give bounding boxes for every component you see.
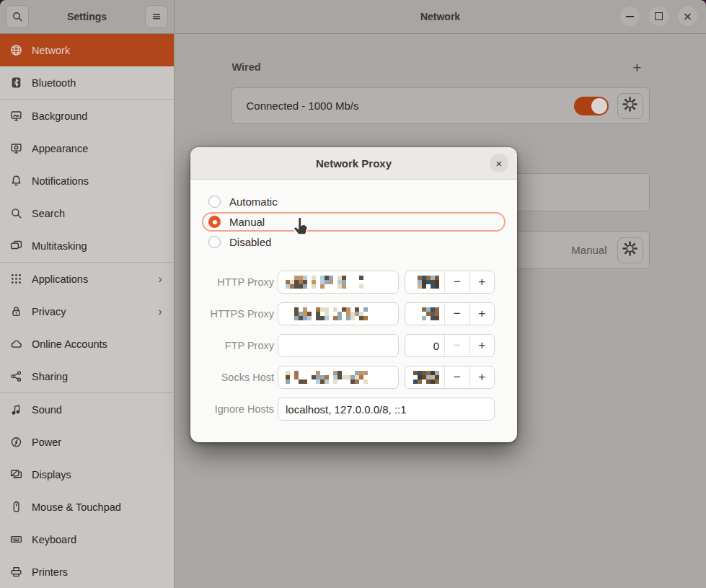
wired-toggle[interactable] xyxy=(574,97,609,115)
ftp-port-decrement-button[interactable]: − xyxy=(445,335,470,356)
app-title: Settings xyxy=(67,11,107,22)
sidebar-item-privacy[interactable]: Privacy› xyxy=(0,295,174,328)
apps-grid-icon xyxy=(10,273,22,285)
minimize-icon xyxy=(626,16,634,17)
background-icon xyxy=(10,110,22,122)
gear-icon xyxy=(622,96,638,115)
globe-icon xyxy=(10,44,22,56)
ignore-hosts-value: localhost, 127.0.0.0/8, ::1 xyxy=(286,403,407,416)
redacted-socks-host xyxy=(286,371,368,384)
https-port-decrement-button[interactable]: − xyxy=(445,303,470,325)
ftp-proxy-host-input[interactable] xyxy=(278,334,399,357)
dialog-close-button[interactable]: × xyxy=(490,154,508,172)
sidebar-headerbar: Settings xyxy=(0,0,175,33)
maximize-button[interactable] xyxy=(649,6,669,26)
mouse-icon xyxy=(10,501,22,513)
chevron-right-icon: › xyxy=(158,273,167,285)
displays-icon xyxy=(10,468,22,481)
menu-button[interactable] xyxy=(145,5,168,28)
search-icon xyxy=(12,11,23,22)
sidebar-item-keyboard[interactable]: Keyboard xyxy=(0,523,174,556)
http-port-decrement-button[interactable]: − xyxy=(445,271,470,293)
sidebar-item-label: Notifications xyxy=(32,175,167,187)
sidebar-item-network[interactable]: Network xyxy=(0,34,174,66)
http-proxy-port-spinner: − + xyxy=(405,271,495,294)
proxy-settings-button[interactable] xyxy=(617,237,643,263)
sidebar-item-label: Printers xyxy=(32,566,167,578)
sidebar-item-bluetooth[interactable]: Bluetooth xyxy=(0,66,174,99)
redacted-socks-port xyxy=(413,371,439,384)
sidebar-item-sound[interactable]: Sound xyxy=(0,393,174,426)
https-proxy-label: HTTPS Proxy xyxy=(190,302,274,325)
sidebar-item-applications[interactable]: Applications› xyxy=(0,263,174,295)
https-proxy-port-spinner: − + xyxy=(405,302,495,325)
proxy-option-automatic[interactable]: Automatic xyxy=(202,192,506,211)
close-button[interactable]: × xyxy=(678,6,697,26)
http-port-increment-button[interactable]: + xyxy=(470,271,495,293)
redacted-https-port xyxy=(418,307,439,320)
sidebar-item-sharing[interactable]: Sharing xyxy=(0,360,174,392)
sidebar-item-label: Privacy xyxy=(32,306,149,317)
http-proxy-row: HTTP Proxy − + xyxy=(190,271,517,294)
wired-status-text: Connected - 1000 Mb/s xyxy=(247,100,359,112)
https-proxy-row: HTTPS Proxy − + xyxy=(190,302,517,325)
chevron-right-icon: › xyxy=(158,305,167,317)
http-proxy-port-input[interactable] xyxy=(405,271,445,293)
share-icon xyxy=(10,370,22,382)
sidebar-item-label: Power xyxy=(32,436,167,448)
network-proxy-dialog: Network Proxy × AutomaticManualDisabled … xyxy=(190,147,517,442)
https-proxy-host-input[interactable] xyxy=(278,302,399,325)
socks-port-input[interactable] xyxy=(405,367,445,388)
sidebar-item-printers[interactable]: Printers xyxy=(0,556,174,588)
page-title: Network xyxy=(420,11,460,22)
ftp-proxy-label: FTP Proxy xyxy=(190,334,274,357)
sidebar-item-online-accounts[interactable]: Online Accounts xyxy=(0,328,174,360)
socks-host-label: Socks Host xyxy=(190,366,274,389)
search-button[interactable] xyxy=(6,5,29,28)
gear-icon xyxy=(622,240,638,260)
https-port-increment-button[interactable]: + xyxy=(470,303,495,325)
ftp-proxy-port-input[interactable]: 0 xyxy=(405,335,445,356)
radio-icon[interactable] xyxy=(208,216,221,228)
sidebar-item-background[interactable]: Background xyxy=(0,100,174,132)
https-proxy-port-input[interactable] xyxy=(405,303,445,325)
sidebar-item-label: Bluetooth xyxy=(32,77,167,89)
sidebar-item-power[interactable]: Power xyxy=(0,426,174,458)
sidebar-item-multitasking[interactable]: Multitasking xyxy=(0,229,174,262)
redacted-https-host xyxy=(286,307,368,320)
sidebar: NetworkBluetoothBackgroundAppearanceNoti… xyxy=(0,34,175,588)
sidebar-item-appearance[interactable]: Appearance xyxy=(0,132,174,164)
proxy-option-disabled[interactable]: Disabled xyxy=(202,232,506,252)
sidebar-item-search[interactable]: Search xyxy=(0,197,174,229)
keyboard-icon xyxy=(10,533,22,545)
minimize-button[interactable] xyxy=(620,6,640,26)
sidebar-item-notifications[interactable]: Notifications xyxy=(0,164,174,197)
wired-connection-row[interactable]: Connected - 1000 Mb/s xyxy=(231,87,650,124)
sidebar-item-label: Applications xyxy=(32,273,149,285)
main-headerbar: Network × xyxy=(175,0,706,33)
radio-icon[interactable] xyxy=(208,236,221,248)
socks-host-input[interactable] xyxy=(278,366,399,389)
proxy-option-manual[interactable]: Manual xyxy=(202,212,506,232)
toggle-knob xyxy=(591,98,607,114)
ftp-proxy-port-spinner: 0 − + xyxy=(405,334,495,357)
ignore-hosts-input[interactable]: localhost, 127.0.0.0/8, ::1 xyxy=(278,398,495,421)
add-wired-connection-button[interactable]: + xyxy=(628,58,647,77)
wired-settings-button[interactable] xyxy=(617,93,643,119)
sidebar-item-label: Appearance xyxy=(32,143,167,154)
radio-icon[interactable] xyxy=(208,196,221,208)
sidebar-item-displays[interactable]: Displays xyxy=(0,458,174,491)
dialog-title: Network Proxy xyxy=(316,157,392,170)
ignore-hosts-row: Ignore Hosts localhost, 127.0.0.0/8, ::1 xyxy=(190,398,517,421)
ignore-hosts-label: Ignore Hosts xyxy=(190,398,274,421)
socks-port-decrement-button[interactable]: − xyxy=(445,367,470,388)
close-icon: × xyxy=(683,11,692,22)
sidebar-item-mouse-touchpad[interactable]: Mouse & Touchpad xyxy=(0,491,174,523)
window-controls: × xyxy=(620,6,697,26)
close-icon: × xyxy=(496,158,503,169)
ftp-port-increment-button[interactable]: + xyxy=(470,335,495,356)
sidebar-item-label: Mouse & Touchpad xyxy=(32,501,167,513)
settings-window: Settings Network × NetworkBluetoothBackg… xyxy=(0,0,706,588)
socks-port-increment-button[interactable]: + xyxy=(470,367,495,388)
http-proxy-host-input[interactable] xyxy=(278,271,399,294)
